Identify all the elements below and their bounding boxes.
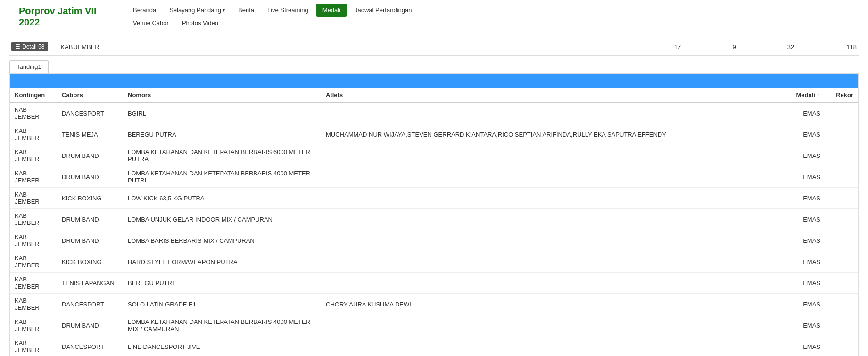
col-header-kontingen[interactable]: Kontingen — [10, 88, 57, 103]
cell-nomors: BGIRL — [123, 103, 321, 124]
cell-kontingen: KAB JEMBER — [10, 294, 57, 315]
brand-title: Porprov Jatim VII 2022 — [19, 5, 113, 28]
main-content: ☰ Detail 58 KAB JEMBER 17 9 32 118 Tandi… — [0, 33, 868, 356]
tabs-container: Tanding1 — [9, 60, 859, 73]
detail-kab-name: KAB JEMBER — [56, 43, 649, 50]
nav-live-streaming[interactable]: Live Streaming — [262, 4, 314, 17]
cell-rekor — [825, 251, 858, 273]
table-row: KAB JEMBER TENIS MEJA BEREGU PUTRA MUCHA… — [10, 124, 858, 145]
tab-tanding1[interactable]: Tanding1 — [9, 60, 49, 73]
cell-nomors: LOW KICK 63,5 KG PUTRA — [123, 188, 321, 209]
table-row: KAB JEMBER KICK BOXING HARD STYLE FORM/W… — [10, 251, 858, 273]
cell-nomors: SOLO LATIN GRADE E1 — [123, 294, 321, 315]
detail-num3: 32 — [762, 43, 819, 50]
detail-num2: 9 — [706, 43, 762, 50]
cell-rekor — [825, 188, 858, 209]
cell-nomors: BEREGU PUTRI — [123, 273, 321, 294]
cell-rekor — [825, 230, 858, 251]
table-row: KAB JEMBER KICK BOXING LOW KICK 63,5 KG … — [10, 188, 858, 209]
cell-nomors: LOMBA KETAHANAN DAN KETEPATAN BERBARIS 4… — [123, 166, 321, 188]
cell-atlets — [321, 209, 787, 230]
cell-medali: EMAS — [787, 209, 825, 230]
cell-cabors: DRUM BAND — [57, 315, 123, 336]
cell-rekor — [825, 294, 858, 315]
col-header-medali[interactable]: Medali ↑ — [787, 88, 825, 103]
cell-rekor — [825, 124, 858, 145]
cell-cabors: KICK BOXING — [57, 251, 123, 273]
nav-berita[interactable]: Berita — [232, 4, 260, 17]
cell-atlets — [321, 315, 787, 336]
cell-cabors: DRUM BAND — [57, 145, 123, 166]
table-row: KAB JEMBER DRUM BAND LOMBA UNJUK GELAR I… — [10, 209, 858, 230]
navbar: Porprov Jatim VII 2022 Beranda Selayang … — [0, 0, 868, 33]
cell-cabors: TENIS LAPANGAN — [57, 273, 123, 294]
nav-selayang-pandang[interactable]: Selayang Pandang ▾ — [164, 4, 231, 17]
nav-jadwal-pertandingan[interactable]: Jadwal Pertandingan — [349, 4, 417, 17]
cell-nomors: LINE DANCESPORT JIVE — [123, 336, 321, 356]
cell-kontingen: KAB JEMBER — [10, 336, 57, 356]
col-header-nomors[interactable]: Nomors — [123, 88, 321, 103]
table-row: KAB JEMBER DRUM BAND LOMBA KETAHANAN DAN… — [10, 145, 858, 166]
cell-medali: EMAS — [787, 251, 825, 273]
nav-beranda[interactable]: Beranda — [127, 4, 162, 17]
table-row: KAB JEMBER TENIS LAPANGAN BEREGU PUTRI E… — [10, 273, 858, 294]
detail-num4: 118 — [819, 43, 857, 50]
cell-rekor — [825, 166, 858, 188]
cell-cabors: DRUM BAND — [57, 166, 123, 188]
cell-nomors: BEREGU PUTRA — [123, 124, 321, 145]
table-header-row: Kontingen Cabors Nomors Atlets Medali ↑ … — [10, 88, 858, 103]
table-row: KAB JEMBER DANCESPORT BGIRL EMAS — [10, 103, 858, 124]
cell-atlets — [321, 251, 787, 273]
cell-kontingen: KAB JEMBER — [10, 230, 57, 251]
detail-badge[interactable]: ☰ Detail 58 — [11, 42, 48, 51]
nav-bottom-row: Venue Cabor Photos Video — [127, 17, 417, 29]
cell-medali: EMAS — [787, 188, 825, 209]
cell-medali: EMAS — [787, 124, 825, 145]
table-row: KAB JEMBER DRUM BAND LOMBA BARIS BERBARI… — [10, 230, 858, 251]
brand: Porprov Jatim VII 2022 — [19, 5, 113, 28]
blue-header-bar — [10, 74, 858, 88]
nav-links-container: Beranda Selayang Pandang ▾ Berita Live S… — [127, 4, 417, 29]
table-row: KAB JEMBER DANCESPORT LINE DANCESPORT JI… — [10, 336, 858, 356]
cell-atlets: CHORY AURA KUSUMA DEWI — [321, 294, 787, 315]
cell-cabors: DANCESPORT — [57, 336, 123, 356]
cell-nomors: LOMBA KETAHANAN DAN KETEPATAN BERBARIS 4… — [123, 315, 321, 336]
detail-badge-label: Detail 58 — [22, 43, 44, 50]
table-row: KAB JEMBER DANCESPORT SOLO LATIN GRADE E… — [10, 294, 858, 315]
list-icon: ☰ — [15, 43, 20, 50]
cell-nomors: LOMBA UNJUK GELAR INDOOR MIX / CAMPURAN — [123, 209, 321, 230]
cell-atlets — [321, 188, 787, 209]
cell-rekor — [825, 103, 858, 124]
cell-rekor — [825, 336, 858, 356]
nav-medali[interactable]: Medali — [316, 4, 347, 17]
cell-atlets — [321, 103, 787, 124]
col-header-atlets[interactable]: Atlets — [321, 88, 787, 103]
sort-asc-icon: ↑ — [818, 92, 821, 98]
cell-kontingen: KAB JEMBER — [10, 209, 57, 230]
cell-cabors: KICK BOXING — [57, 188, 123, 209]
chevron-down-icon: ▾ — [223, 8, 225, 13]
nav-photos-video[interactable]: Photos Video — [176, 17, 224, 29]
cell-kontingen: KAB JEMBER — [10, 273, 57, 294]
table-row: KAB JEMBER DRUM BAND LOMBA KETAHANAN DAN… — [10, 166, 858, 188]
cell-atlets — [321, 336, 787, 356]
nav-venue-cabor[interactable]: Venue Cabor — [127, 17, 174, 29]
col-header-rekor[interactable]: Rekor — [825, 88, 858, 103]
cell-kontingen: KAB JEMBER — [10, 103, 57, 124]
cell-medali: EMAS — [787, 166, 825, 188]
col-header-cabors[interactable]: Cabors — [57, 88, 123, 103]
cell-rekor — [825, 145, 858, 166]
cell-medali: EMAS — [787, 273, 825, 294]
cell-cabors: DRUM BAND — [57, 230, 123, 251]
cell-medali: EMAS — [787, 230, 825, 251]
cell-atlets — [321, 230, 787, 251]
table-row: KAB JEMBER DRUM BAND LOMBA KETAHANAN DAN… — [10, 315, 858, 336]
cell-kontingen: KAB JEMBER — [10, 315, 57, 336]
cell-kontingen: KAB JEMBER — [10, 166, 57, 188]
cell-atlets: MUCHAMMAD NUR WIJAYA,STEVEN GERRARD KIAN… — [321, 124, 787, 145]
cell-cabors: DANCESPORT — [57, 294, 123, 315]
cell-kontingen: KAB JEMBER — [10, 145, 57, 166]
cell-nomors: LOMBA KETAHANAN DAN KETEPATAN BERBARIS 6… — [123, 145, 321, 166]
cell-cabors: DANCESPORT — [57, 103, 123, 124]
cell-atlets — [321, 166, 787, 188]
